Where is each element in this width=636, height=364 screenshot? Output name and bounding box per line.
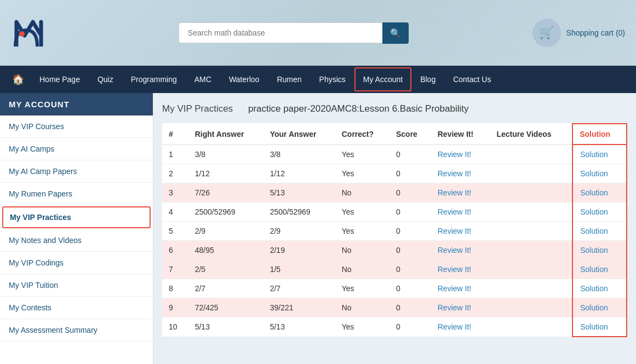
review-link[interactable]: Review It! — [438, 169, 471, 178]
cell-review[interactable]: Review It! — [431, 203, 490, 222]
cell-num: 10 — [162, 317, 188, 337]
nav-item-contact-us[interactable]: Contact Us — [444, 67, 500, 91]
cell-review[interactable]: Review It! — [431, 183, 490, 203]
cell-review[interactable]: Review It! — [431, 164, 490, 183]
cell-review[interactable]: Review It! — [431, 145, 490, 164]
review-link[interactable]: Review It! — [438, 227, 471, 235]
sidebar-item-my-assessment-summary[interactable]: My Assessment Summary — [0, 319, 153, 342]
cell-right-answer: 1/12 — [188, 164, 263, 183]
cell-solution: Solution — [572, 279, 627, 298]
cell-review[interactable]: Review It! — [431, 241, 490, 260]
nav-item-homepage[interactable]: Home Page — [31, 67, 89, 91]
cell-correct: Yes — [335, 164, 389, 183]
nav-item-rumen[interactable]: Rumen — [268, 67, 310, 91]
cart-icon[interactable]: 🛒 — [532, 19, 561, 47]
logo[interactable] — [11, 11, 55, 55]
col-correct: Correct? — [335, 124, 389, 145]
sidebar-item-my-ai-camp-papers[interactable]: My AI Camp Papers — [0, 160, 153, 183]
cell-your-answer: 5/13 — [263, 317, 335, 337]
cell-score: 0 — [389, 203, 431, 222]
review-link[interactable]: Review It! — [438, 265, 471, 274]
nav-item-my-account[interactable]: My Account — [354, 67, 411, 91]
table-row: 1 3/8 3/8 Yes 0 Review It! Solution — [162, 145, 627, 164]
cell-review[interactable]: Review It! — [431, 298, 490, 317]
cell-solution: Solution — [572, 241, 627, 260]
solution-link[interactable]: Solution — [580, 284, 609, 293]
cell-lecture-videos — [490, 241, 572, 260]
cell-lecture-videos — [490, 145, 572, 164]
col-review: Review It! — [431, 124, 490, 145]
svg-point-0 — [19, 31, 25, 37]
review-link[interactable]: Review It! — [438, 322, 471, 331]
nav-item-home[interactable]: 🏠 — [5, 66, 31, 93]
search-button[interactable]: 🔍 — [382, 22, 409, 44]
cell-your-answer: 2500/52969 — [263, 203, 335, 222]
solution-link[interactable]: Solution — [580, 303, 609, 313]
cell-review[interactable]: Review It! — [431, 222, 490, 241]
sidebar-item-my-vip-tuition[interactable]: My VIP Tuition — [0, 274, 153, 297]
cell-right-answer: 3/8 — [188, 145, 263, 164]
review-link[interactable]: Review It! — [438, 207, 471, 216]
nav-item-blog[interactable]: Blog — [411, 67, 444, 91]
cell-solution: Solution — [572, 183, 627, 203]
search-input[interactable] — [179, 22, 382, 43]
sidebar-item-my-vip-courses[interactable]: My VIP Courses — [0, 115, 153, 138]
cell-score: 0 — [389, 317, 431, 337]
table-header-row: # Right Answer Your Answer Correct? Scor… — [162, 124, 627, 145]
solution-link[interactable]: Solution — [580, 226, 609, 236]
table-row: 10 5/13 5/13 Yes 0 Review It! Solution — [162, 317, 627, 337]
nav-item-quiz[interactable]: Quiz — [89, 67, 122, 91]
review-link[interactable]: Review It! — [438, 150, 471, 159]
cell-correct: Yes — [335, 317, 389, 337]
review-link[interactable]: Review It! — [438, 246, 471, 255]
cell-score: 0 — [389, 298, 431, 317]
nav-item-waterloo[interactable]: Waterloo — [220, 67, 268, 91]
nav-item-amc[interactable]: AMC — [186, 67, 220, 91]
sidebar-item-my-vip-practices[interactable]: My VIP Practices — [2, 206, 151, 228]
cell-review[interactable]: Review It! — [431, 279, 490, 298]
review-link[interactable]: Review It! — [438, 303, 471, 312]
cell-review[interactable]: Review It! — [431, 317, 490, 337]
cell-lecture-videos — [490, 279, 572, 298]
sidebar-item-my-vip-codings[interactable]: My VIP Codings — [0, 252, 153, 274]
cell-num: 2 — [162, 164, 188, 183]
table-row: 6 48/95 2/19 No 0 Review It! Solution — [162, 241, 627, 260]
cell-correct: Yes — [335, 222, 389, 241]
solution-link[interactable]: Solution — [580, 245, 609, 255]
cell-num: 6 — [162, 241, 188, 260]
cell-your-answer: 39/221 — [263, 298, 335, 317]
cell-right-answer: 2/9 — [188, 222, 263, 241]
sidebar-item-my-rumen-papers[interactable]: My Rumen Papers — [0, 183, 153, 205]
solution-link[interactable]: Solution — [580, 169, 609, 178]
cell-score: 0 — [389, 279, 431, 298]
sidebar-item-my-ai-camps[interactable]: My AI Camps — [0, 138, 153, 160]
cell-review[interactable]: Review It! — [431, 260, 490, 279]
cell-your-answer: 2/7 — [263, 279, 335, 298]
cell-score: 0 — [389, 260, 431, 279]
solution-link[interactable]: Solution — [580, 207, 609, 217]
cell-solution: Solution — [572, 222, 627, 241]
page-heading: My VIP Practices practice paper-2020AMC8… — [162, 102, 627, 114]
solution-link[interactable]: Solution — [580, 322, 609, 332]
cart-label[interactable]: Shopping cart (0) — [566, 28, 625, 37]
cell-right-answer: 72/425 — [188, 298, 263, 317]
cell-num: 4 — [162, 203, 188, 222]
nav-item-programming[interactable]: Programming — [122, 67, 186, 91]
cell-solution: Solution — [572, 203, 627, 222]
solution-link[interactable]: Solution — [580, 264, 609, 274]
sidebar-item-my-notes-and-videos[interactable]: My Notes and Videos — [0, 229, 153, 252]
nav-item-physics[interactable]: Physics — [311, 67, 354, 91]
sidebar-item-my-contests[interactable]: My Contests — [0, 297, 153, 319]
cell-solution: Solution — [572, 145, 627, 164]
review-link[interactable]: Review It! — [438, 188, 471, 197]
solution-link[interactable]: Solution — [580, 188, 609, 198]
cell-lecture-videos — [490, 222, 572, 241]
cell-solution: Solution — [572, 164, 627, 183]
results-table: # Right Answer Your Answer Correct? Scor… — [162, 123, 627, 337]
table-row: 4 2500/52969 2500/52969 Yes 0 Review It!… — [162, 203, 627, 222]
cell-correct: No — [335, 183, 389, 203]
cell-your-answer: 5/13 — [263, 183, 335, 203]
solution-link[interactable]: Solution — [580, 149, 609, 159]
table-row: 9 72/425 39/221 No 0 Review It! Solution — [162, 298, 627, 317]
review-link[interactable]: Review It! — [438, 284, 471, 293]
